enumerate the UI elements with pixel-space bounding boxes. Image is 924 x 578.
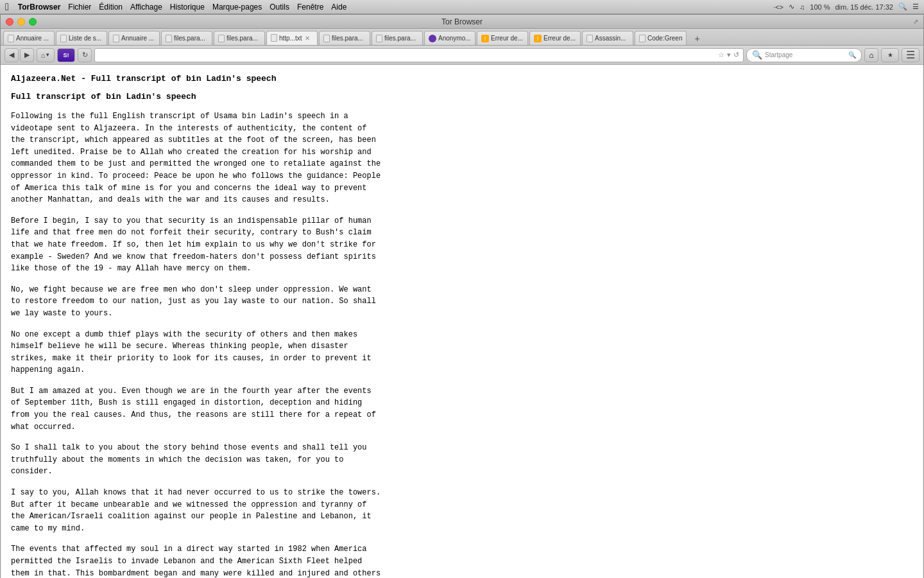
- tab-label-filespara2: files.para...: [227, 35, 258, 42]
- tab-icon-anonymo: [429, 35, 436, 42]
- maximize-button[interactable]: [29, 18, 37, 26]
- menubar:  TorBrowser Fichier Édition Affichage H…: [0, 0, 924, 14]
- content-para-5: So I shall talk to you about the story b…: [11, 442, 409, 478]
- reload-button[interactable]: ↻: [78, 48, 92, 62]
- tab-close-httptxt[interactable]: ✕: [305, 35, 310, 42]
- tab-label-codegreen: Code:Green: [647, 35, 682, 42]
- menu-fenetre[interactable]: Fenêtre: [297, 3, 323, 12]
- menu-aide[interactable]: Aide: [331, 3, 346, 12]
- content-para-0: Following is the full English transcript…: [11, 110, 409, 206]
- menu-torbrowser[interactable]: TorBrowser: [18, 3, 60, 12]
- menubar-search-icon[interactable]: 🔍: [898, 3, 907, 11]
- page-title: Aljazeera.Net - Full transcript of bin L…: [11, 73, 460, 85]
- tab-label-filespara1: files.para...: [174, 35, 205, 42]
- menubar-battery-text: 100 %: [810, 3, 830, 11]
- tab-label-annuaire1: Annuaire ...: [16, 35, 49, 42]
- star-fill-icon: ▾: [727, 51, 731, 59]
- tab-label-listedes: Liste de s...: [69, 35, 101, 42]
- menu-historique[interactable]: Historique: [170, 3, 205, 12]
- nav-back-forward: ◀ ▶: [4, 48, 34, 62]
- new-tab-button[interactable]: +: [690, 32, 703, 45]
- bookmark-button[interactable]: ★: [881, 48, 899, 62]
- browser-window: Tor Browser ⇗ Annuaire ... Liste de s...…: [0, 14, 924, 578]
- menu-outils[interactable]: Outils: [270, 3, 289, 12]
- content-para-1: Before I begin, I say to you that securi…: [11, 215, 409, 275]
- menu-button[interactable]: ☰: [902, 48, 920, 62]
- tab-filespara1[interactable]: files.para...: [161, 31, 212, 45]
- tab-erreurde2[interactable]: ! Erreur de...: [529, 31, 581, 45]
- menu-marquepages[interactable]: Marque-pages: [212, 3, 262, 12]
- tab-label-erreurde1: Erreur de...: [491, 35, 523, 42]
- traffic-lights: [6, 18, 37, 26]
- search-bar[interactable]: 🔍 Startpage 🔍: [746, 48, 862, 62]
- url-right-icons: ☆ ▾ ↺: [718, 51, 739, 59]
- tab-icon-filespara3: [323, 35, 330, 42]
- tab-icon-filespara1: [166, 35, 172, 42]
- dropdown-arrow: ▼: [45, 52, 50, 58]
- apple-menu[interactable]: : [5, 1, 9, 13]
- resize-icon[interactable]: ⇗: [913, 18, 918, 25]
- tab-listedes[interactable]: Liste de s...: [56, 31, 107, 45]
- menu-fichier[interactable]: Fichier: [68, 3, 91, 12]
- title-bar: Tor Browser ⇗: [1, 15, 923, 29]
- tab-icon-filespara4: [376, 35, 382, 42]
- tab-icon-annuaire1: [8, 35, 14, 42]
- search-placeholder: Startpage: [765, 51, 846, 58]
- search-engine-icon: 🔍: [752, 50, 762, 60]
- menubar-list-icon[interactable]: ☰: [912, 3, 919, 11]
- tab-assassin[interactable]: Assassin...: [582, 31, 633, 45]
- tab-icon-annuaire2: [113, 35, 119, 42]
- tab-annuaire2[interactable]: Annuaire ...: [108, 31, 160, 45]
- menubar-right: ∙<> ∿ ♫ 100 % dim. 15 déc. 17:32 🔍 ☰: [773, 3, 919, 11]
- tab-icon-httptxt: [271, 34, 277, 42]
- content-para-3: No one except a dumb thief plays with th…: [11, 329, 409, 376]
- menubar-bluetooth: ∿: [789, 3, 794, 11]
- content-para-4: But I am amazed at you. Even though we a…: [11, 385, 409, 433]
- tab-filespara2[interactable]: files.para...: [214, 31, 265, 45]
- tab-label-erreurde2: Erreur de...: [543, 35, 576, 42]
- menu-affichage[interactable]: Affichage: [130, 3, 162, 12]
- content-para-6: I say to you, Allah knows that it had ne…: [11, 487, 409, 534]
- menu-edition[interactable]: Édition: [99, 3, 123, 12]
- tab-label-anonymo: Anonymo...: [438, 35, 471, 42]
- tab-filespara4[interactable]: files.para...: [372, 31, 423, 45]
- tab-bar: Annuaire ... Liste de s... Annuaire ... …: [1, 29, 923, 46]
- refresh-small-icon[interactable]: ↺: [733, 51, 739, 59]
- nav-bar: ◀ ▶ ⌂ ▼ S! ↻ ☆ ▾ ↺ 🔍 Startpage 🔍 ⌂ ★ ☰: [1, 46, 923, 65]
- content-inner: Aljazeera.Net - Full transcript of bin L…: [11, 73, 460, 578]
- tab-label-filespara3: files.para...: [332, 35, 363, 42]
- tab-icon-erreurde2: !: [534, 35, 542, 42]
- page-subtitle: Full transcript of bin Ladin's speech: [11, 91, 460, 103]
- close-button[interactable]: [6, 18, 13, 26]
- tab-icon-codegreen: [639, 35, 646, 42]
- tab-icon-erreurde1: !: [481, 35, 489, 42]
- tab-label-annuaire2: Annuaire ...: [121, 35, 154, 42]
- tab-icon-filespara2: [218, 35, 225, 42]
- star-icon[interactable]: ☆: [718, 51, 724, 59]
- tab-erreurde1[interactable]: ! Erreur de...: [477, 31, 528, 45]
- search-icon[interactable]: 🔍: [848, 51, 856, 58]
- minimize-button[interactable]: [17, 18, 25, 26]
- tab-label-httptxt: http...txt: [279, 35, 302, 42]
- home-icon: ⌂: [41, 51, 46, 59]
- content-para-2: No, we fight because we are free men who…: [11, 284, 409, 320]
- tab-icon-assassin: [586, 35, 593, 42]
- window-title: Tor Browser: [441, 17, 483, 26]
- tor-button[interactable]: S!: [57, 48, 75, 62]
- tab-filespara3[interactable]: files.para...: [319, 31, 370, 45]
- tab-icon-listedes: [60, 35, 67, 42]
- back-button[interactable]: ◀: [4, 48, 19, 62]
- content-para-7: The events that affected my soul in a di…: [11, 543, 409, 578]
- url-bar[interactable]: ☆ ▾ ↺: [94, 48, 744, 62]
- tab-label-assassin: Assassin...: [595, 35, 626, 42]
- home-button[interactable]: ⌂: [864, 48, 878, 62]
- content-area[interactable]: Aljazeera.Net - Full transcript of bin L…: [1, 65, 923, 578]
- menubar-wifi: ∙<>: [773, 3, 783, 11]
- home-nav-button[interactable]: ⌂ ▼: [37, 48, 55, 62]
- tab-httptxt[interactable]: http...txt ✕: [266, 31, 318, 45]
- forward-button[interactable]: ▶: [20, 48, 34, 62]
- tab-annuaire1[interactable]: Annuaire ...: [3, 31, 55, 45]
- tab-anonymo[interactable]: Anonymo...: [424, 31, 475, 45]
- tab-codegreen[interactable]: Code:Green: [635, 31, 687, 45]
- menubar-time: dim. 15 déc. 17:32: [835, 3, 893, 11]
